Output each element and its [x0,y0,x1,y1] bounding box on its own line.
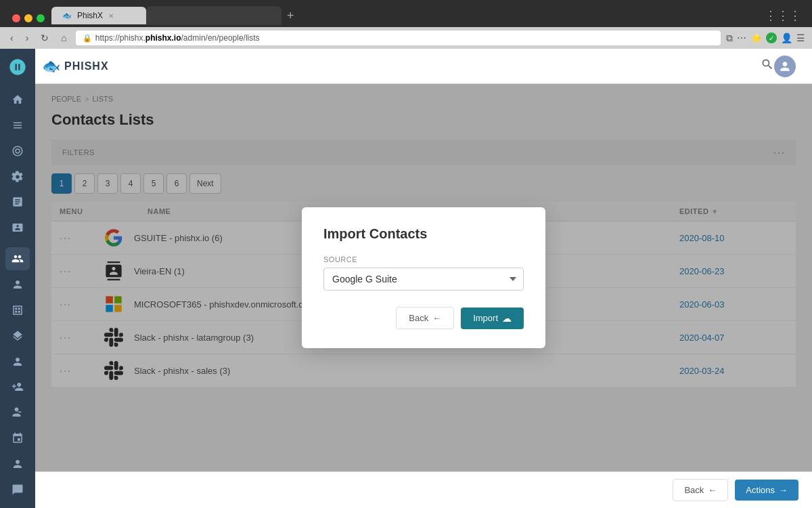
browser-chrome: 🐟 PhishX ✕ + ⋮⋮⋮ ‹ › ↻ ⌂ 🔒 https://phish… [0,0,812,49]
brand-name: PHISHX [64,60,109,72]
modal-import-button[interactable]: Import ☁ [461,308,524,329]
sidebar-item-user-add[interactable] [5,375,30,398]
sidebar-item-home[interactable] [5,88,30,111]
sidebar-item-users[interactable] [5,273,30,296]
sidebar-logo [5,56,30,79]
active-tab[interactable]: 🐟 PhishX ✕ [51,7,146,24]
extensions-icon: ⧉ [726,33,733,44]
new-tab-button[interactable]: + [281,6,300,26]
source-select[interactable]: Google G Suite Microsoft 365 Slack Manua… [323,268,524,291]
tab-close-icon[interactable]: ✕ [108,12,114,20]
import-contacts-modal: Import Contacts SOURCE Google G Suite Mi… [302,207,545,348]
modal-title: Import Contacts [323,226,524,242]
bottom-back-arrow-icon: ← [708,485,717,495]
sidebar-item-chat[interactable] [5,478,30,501]
traffic-lights [5,9,51,22]
url-bar[interactable]: 🔒 https://phishx.phishx.io/admin/en/peop… [76,30,721,45]
page-content: PEOPLE > LISTS Contacts Lists FILTERS ⋯ … [35,84,812,471]
fish-icon: 🐟 [42,58,60,75]
sidebar-item-settings[interactable] [5,165,30,188]
url-path: /admin/en/people/lists [181,33,260,43]
main-content: 🐟 PHISHX PEOPLE > LISTS Contacts Lists [35,49,812,508]
bottom-bar: Back ← Actions → [35,471,812,508]
back-nav-button[interactable]: ‹ [7,31,17,45]
sidebar-item-people[interactable] [5,247,30,270]
browser-menu-icon: ⋮⋮⋮ [765,8,807,23]
browser-toolbar: ⧉ ⋯ ⭐ ✓ 👤 ☰ [726,33,805,44]
profile-icon: 👤 [781,33,792,43]
home-nav-button[interactable]: ⌂ [58,31,70,45]
sidebar-item-reports[interactable] [5,190,30,213]
app-layout: 🐟 PHISHX PEOPLE > LISTS Contacts Lists [0,49,812,508]
extension-active-icon: ✓ [766,33,777,43]
bookmark-icon: ⭐ [750,33,762,43]
sidebar [0,49,35,508]
top-bar: 🐟 PHISHX [35,49,812,84]
sidebar-item-group[interactable] [5,350,30,373]
url-domain: phishx.io [145,33,181,43]
more-options-icon: ⋯ [737,33,746,43]
source-label: SOURCE [323,255,524,263]
bottom-back-button[interactable]: Back ← [673,479,728,501]
bottom-back-label: Back [684,485,704,495]
sidebar-item-network[interactable] [5,427,30,450]
user-avatar[interactable] [774,56,796,77]
sidebar-item-user-remove[interactable] [5,401,30,424]
url-display: https://phishx.phishx.io/admin/en/people… [95,33,260,43]
modal-overlay[interactable]: Import Contacts SOURCE Google G Suite Mi… [35,84,812,471]
actions-arrow-icon: → [779,485,788,495]
close-button[interactable] [12,14,20,22]
modal-back-button[interactable]: Back ← [396,307,454,329]
sidebar-item-campaigns[interactable] [5,114,30,137]
modal-cloud-icon: ☁ [502,313,512,324]
modal-back-arrow-icon: ← [432,313,441,323]
fullscreen-button[interactable] [37,14,45,22]
modal-back-label: Back [409,313,428,323]
forward-nav-button[interactable]: › [22,31,32,45]
sidebar-item-layers[interactable] [5,324,30,347]
brand-logo: 🐟 PHISHX [35,58,116,75]
modal-import-label: Import [473,313,498,323]
tab-title: PhishX [77,11,103,20]
security-icon: 🔒 [83,34,92,43]
refresh-button[interactable]: ↻ [37,31,52,45]
menu-icon: ☰ [796,33,805,43]
sidebar-item-targets[interactable] [5,140,30,163]
minimize-button[interactable] [24,14,32,22]
sidebar-item-table[interactable] [5,299,30,322]
sidebar-item-person[interactable] [5,452,30,475]
modal-actions: Back ← Import ☁ [323,307,524,329]
sidebar-item-id[interactable] [5,216,30,239]
address-bar: ‹ › ↻ ⌂ 🔒 https://phishx.phishx.io/admin… [0,27,812,49]
search-button[interactable] [761,58,774,75]
actions-label: Actions [746,485,775,495]
actions-button[interactable]: Actions → [735,480,798,501]
